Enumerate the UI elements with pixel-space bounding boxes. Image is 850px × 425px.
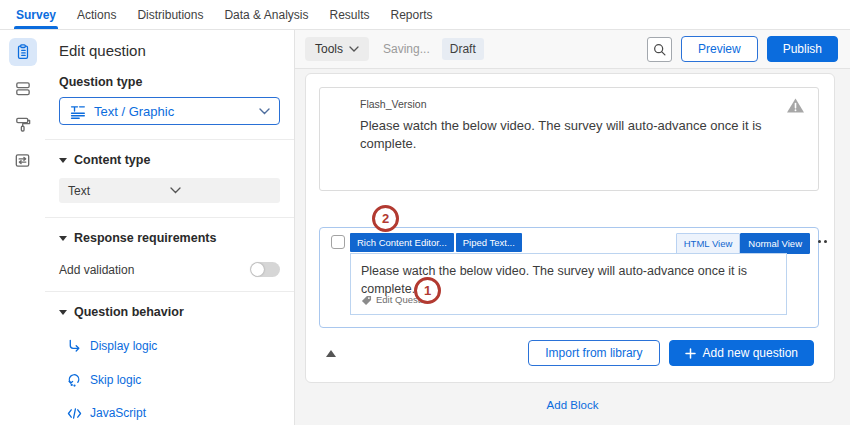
skip-logic-label: Skip logic — [90, 373, 141, 387]
question-type-select[interactable]: Text / Graphic — [59, 97, 280, 125]
publish-button[interactable]: Publish — [767, 36, 838, 62]
add-validation-label: Add validation — [59, 263, 134, 277]
survey-builder-button[interactable] — [9, 38, 37, 66]
nav-tab-data-analysis[interactable]: Data & Analysis — [222, 0, 310, 29]
tag-icon — [361, 295, 372, 306]
question-select-checkbox[interactable] — [331, 235, 345, 249]
panel-title: Edit question — [59, 42, 280, 59]
survey-flow-icon — [13, 79, 32, 98]
collapse-caret-icon — [59, 236, 67, 241]
paint-roller-icon — [13, 115, 32, 134]
preview-button[interactable]: Preview — [681, 36, 758, 62]
question-id-label: Flash_Version — [360, 98, 804, 110]
plus-icon — [685, 348, 696, 359]
rich-content-editor-button[interactable]: Rich Content Editor... — [350, 233, 454, 252]
survey-flow-button[interactable] — [9, 74, 37, 102]
question-text: Please watch the below video. The survey… — [360, 117, 804, 153]
drag-handle-dots[interactable] — [818, 240, 827, 243]
add-validation-toggle[interactable] — [250, 262, 280, 277]
display-logic-label: Display logic — [90, 339, 157, 353]
piped-text-button[interactable]: Piped Text... — [456, 233, 522, 252]
main-area: Tools Saving... Draft Previ — [295, 30, 850, 425]
icon-rail — [0, 30, 45, 425]
nav-tab-reports[interactable]: Reports — [388, 0, 434, 29]
text-graphic-icon — [69, 103, 86, 120]
collapse-caret-icon — [59, 310, 67, 315]
survey-canvas: Flash_Version Please watch the below vid… — [295, 68, 850, 425]
draft-status-badge: Draft — [442, 38, 484, 60]
annotation-callout-2: 2 — [372, 205, 399, 232]
collapse-block-arrow-icon[interactable] — [326, 350, 336, 357]
display-logic-icon — [67, 338, 82, 353]
nav-tab-survey[interactable]: Survey — [14, 0, 58, 29]
editor-toolbar: Tools Saving... Draft Previ — [295, 30, 850, 68]
section-content-type[interactable]: Content type — [59, 153, 280, 167]
add-new-question-button[interactable]: Add new question — [669, 340, 814, 366]
content-type-label: Content type — [74, 153, 150, 167]
section-question-behavior[interactable]: Question behavior — [59, 305, 280, 319]
chevron-down-icon — [259, 108, 270, 115]
skip-logic-link[interactable]: Skip logic — [59, 372, 280, 387]
look-and-feel-button[interactable] — [9, 110, 37, 138]
question-flash-version[interactable]: Flash_Version Please watch the below vid… — [319, 87, 819, 191]
search-icon — [652, 42, 667, 57]
question-type-label: Question type — [59, 75, 280, 89]
clipboard-icon — [14, 43, 32, 61]
warning-icon[interactable] — [786, 97, 805, 114]
saving-status: Saving... — [383, 42, 430, 56]
block-footer: Import from library Add new question — [319, 340, 814, 366]
skip-logic-icon — [67, 372, 82, 387]
toggle-knob — [251, 263, 264, 276]
tools-label: Tools — [315, 42, 343, 56]
qualtrics-survey-editor: Survey Actions Distributions Data & Anal… — [0, 0, 850, 425]
nav-tab-actions[interactable]: Actions — [75, 0, 118, 29]
import-from-library-button[interactable]: Import from library — [528, 340, 659, 366]
nav-tab-distributions[interactable]: Distributions — [135, 0, 205, 29]
survey-options-button[interactable] — [9, 146, 37, 174]
panel-divider — [45, 217, 294, 218]
search-button[interactable] — [647, 37, 672, 62]
javascript-label: JavaScript — [90, 406, 146, 420]
block-card: Flash_Version Please watch the below vid… — [305, 73, 835, 383]
content-type-select[interactable]: Text — [59, 178, 280, 203]
editor-tab-bar: Rich Content Editor... Piped Text... — [350, 233, 522, 252]
tools-button[interactable]: Tools — [305, 37, 369, 61]
html-view-button[interactable]: HTML View — [676, 233, 741, 254]
panel-divider — [45, 291, 294, 292]
javascript-link[interactable]: JavaScript — [59, 406, 280, 420]
nav-tab-results[interactable]: Results — [327, 0, 371, 29]
chevron-down-icon — [349, 46, 359, 52]
collapse-caret-icon — [59, 158, 67, 163]
question-type-value: Text / Graphic — [94, 104, 259, 119]
chevron-down-icon — [170, 187, 272, 194]
response-requirements-label: Response requirements — [74, 231, 216, 245]
normal-view-button[interactable]: Normal View — [740, 233, 810, 254]
add-validation-row: Add validation — [59, 262, 280, 277]
add-block-link[interactable]: Add Block — [547, 399, 599, 411]
section-response-requirements[interactable]: Response requirements — [59, 231, 280, 245]
annotation-callout-1: 1 — [414, 277, 441, 304]
edit-question-panel: Edit question Question type Text / Graph… — [45, 30, 295, 425]
display-logic-link[interactable]: Display logic — [59, 338, 280, 353]
add-block-row: Add Block — [295, 395, 850, 413]
add-new-question-label: Add new question — [703, 346, 798, 360]
question-editing-container: Rich Content Editor... Piped Text... HTM… — [319, 227, 819, 328]
top-nav: Survey Actions Distributions Data & Anal… — [0, 0, 850, 30]
code-icon — [67, 407, 82, 420]
content-type-value: Text — [68, 184, 170, 198]
question-behavior-label: Question behavior — [74, 305, 184, 319]
view-toggle-group: HTML View Normal View — [676, 233, 810, 254]
panel-divider — [45, 139, 294, 140]
survey-options-icon — [13, 151, 32, 170]
